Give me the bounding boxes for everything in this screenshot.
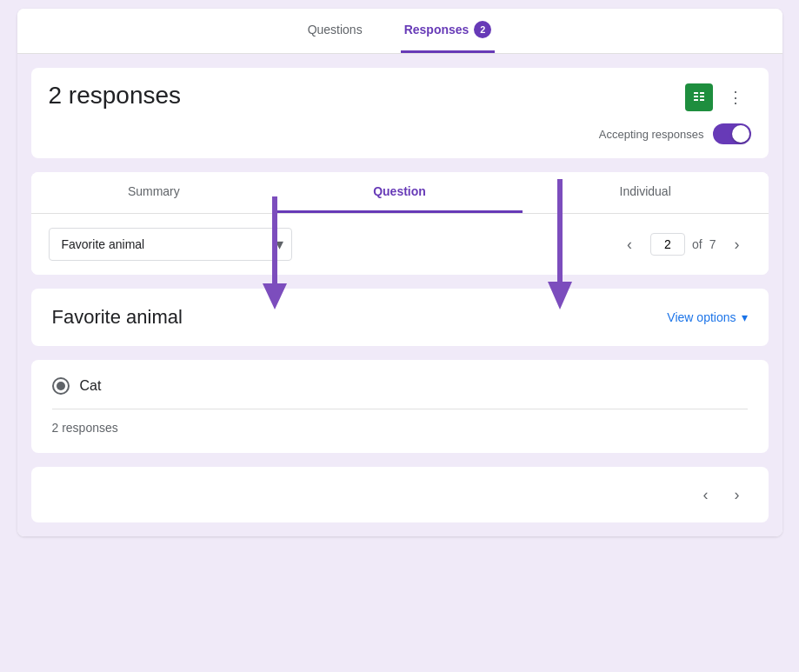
more-options-button[interactable]: ⋮ — [720, 82, 751, 113]
sub-tabs: Summary Question Individual — [31, 172, 769, 214]
prev-question-button[interactable]: ‹ — [616, 230, 643, 258]
nav-controls: ‹ of 7 › — [616, 230, 750, 258]
top-tabs: Questions Responses 2 — [17, 9, 782, 54]
nav-next-icon: › — [735, 486, 740, 504]
svg-rect-1 — [694, 92, 698, 94]
accepting-toggle[interactable] — [713, 123, 751, 144]
question-selector-inner: Favorite animal ▾ ‹ of 7 › — [31, 214, 769, 275]
radio-dot — [57, 382, 65, 390]
response-count: 2 responses — [52, 421, 118, 435]
responses-badge: 2 — [474, 21, 491, 38]
next-question-button[interactable]: › — [723, 230, 751, 258]
question-dropdown-wrapper: Favorite animal ▾ — [49, 228, 292, 261]
header-actions: ⋮ — [685, 82, 751, 113]
svg-rect-6 — [700, 99, 704, 101]
tab-questions-label: Questions — [308, 23, 363, 37]
page-current-input[interactable] — [650, 233, 685, 256]
tab-responses-label: Responses — [404, 23, 469, 37]
nav-card: ‹ › — [31, 467, 769, 522]
sub-tab-individual-label: Individual — [620, 184, 671, 198]
view-options-button[interactable]: View options ▾ — [667, 310, 747, 324]
accepting-label: Accepting responses — [599, 128, 704, 141]
svg-rect-5 — [694, 99, 698, 101]
nav-next-button[interactable]: › — [723, 481, 751, 509]
sub-tab-summary[interactable]: Summary — [31, 172, 277, 213]
sub-tab-question-label: Question — [373, 184, 426, 198]
content-area: 2 responses ⋮ — [17, 54, 782, 536]
sub-tab-individual[interactable]: Individual — [523, 172, 769, 213]
divider — [52, 409, 748, 409]
question-section-card: Summary Question Individual Favorite ani… — [31, 172, 769, 275]
nav-prev-button[interactable]: ‹ — [692, 481, 720, 509]
tab-responses[interactable]: Responses 2 — [401, 9, 496, 53]
radio-circle — [52, 377, 70, 395]
toggle-knob — [732, 125, 749, 143]
tab-questions[interactable]: Questions — [304, 9, 366, 53]
header-section: 2 responses ⋮ — [31, 68, 769, 158]
question-title-card: Favorite animal View options ▾ — [31, 289, 769, 346]
sub-tab-summary-label: Summary — [128, 184, 180, 198]
svg-rect-3 — [694, 96, 698, 97]
header-top: 2 responses ⋮ — [49, 82, 751, 113]
page-of-label: of — [692, 237, 702, 251]
sheets-icon[interactable] — [685, 83, 713, 111]
view-options-label: View options — [667, 310, 736, 324]
page-total: 7 — [709, 237, 716, 251]
answer-card: Cat 2 responses — [31, 360, 769, 453]
more-icon: ⋮ — [728, 88, 743, 107]
question-dropdown[interactable]: Favorite animal — [49, 228, 292, 261]
svg-rect-4 — [700, 96, 704, 97]
svg-rect-2 — [700, 92, 704, 94]
responses-count: 2 responses — [49, 82, 182, 110]
svg-rect-0 — [691, 90, 707, 105]
nav-prev-icon: ‹ — [703, 486, 709, 504]
sub-tab-question[interactable]: Question — [276, 172, 523, 213]
radio-option-cat: Cat — [52, 377, 748, 395]
option-label: Cat — [80, 378, 102, 394]
question-title: Favorite animal — [52, 306, 183, 329]
view-options-chevron: ▾ — [742, 310, 748, 324]
accepting-row: Accepting responses — [49, 123, 751, 144]
question-selector-area: Favorite animal ▾ ‹ of 7 › — [31, 214, 769, 275]
